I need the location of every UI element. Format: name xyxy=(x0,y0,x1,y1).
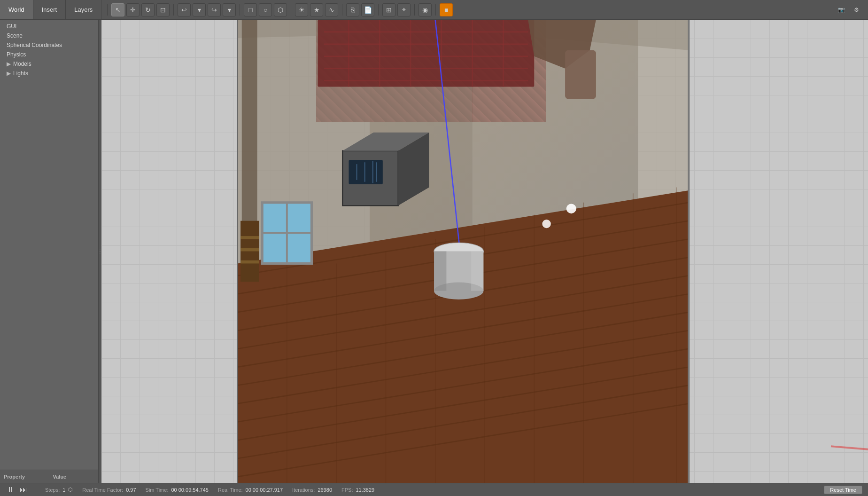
paste-tool-btn[interactable]: 📄 xyxy=(361,3,374,16)
toolbar-separator-6 xyxy=(378,4,379,16)
sidebar: GUI Scene Spherical Coordinates Physics … xyxy=(0,20,99,483)
real-time-factor-label: Real Time Factor: xyxy=(82,487,123,493)
sidebar-properties-header: Property Value xyxy=(0,470,98,483)
redo-btn[interactable]: ↪ xyxy=(208,3,221,16)
sphere-tool-btn[interactable]: ○ xyxy=(259,3,272,16)
steps-item: Steps: 1 ⬡ xyxy=(45,487,73,493)
viewport[interactable] xyxy=(101,20,868,483)
scene-svg xyxy=(101,20,868,483)
box-tool-btn[interactable]: □ xyxy=(244,3,257,16)
tab-insert[interactable]: Insert xyxy=(33,0,66,19)
svg-rect-57 xyxy=(471,252,483,291)
scale-tool-btn[interactable]: ⊡ xyxy=(156,3,170,16)
reset-time-button[interactable]: Reset Time xyxy=(824,486,862,494)
pause-button[interactable]: ⏸ xyxy=(6,485,15,495)
toolbar: ↖ ✛ ↻ ⊡ ↩ ▾ ↪ ▾ □ ○ ⬡ ☀ ★ ∿ ⎘ 📄 ⊞ ⌖ ◉ ■ xyxy=(101,0,835,19)
steps-label: Steps: xyxy=(45,487,60,493)
align-tool-btn[interactable]: ⊞ xyxy=(382,3,395,16)
toolbar-separator-5 xyxy=(342,4,342,16)
svg-point-59 xyxy=(542,220,550,228)
real-time-value: 00 00:00:27.917 xyxy=(246,487,283,493)
iterations-value: 26980 xyxy=(318,487,332,493)
snap-tool-btn[interactable]: ⌖ xyxy=(397,3,411,16)
real-time-factor-value: 0.97 xyxy=(126,487,136,493)
iterations-label: Iterations: xyxy=(292,487,315,493)
svg-point-58 xyxy=(566,204,576,213)
cylinder-tool-btn[interactable]: ⬡ xyxy=(274,3,287,16)
fps-label: FPS: xyxy=(341,487,353,493)
sidebar-item-scene[interactable]: Scene xyxy=(0,31,98,40)
undo-btn[interactable]: ↩ xyxy=(178,3,191,16)
toolbar-separator-2 xyxy=(173,4,174,16)
redo-dropdown-btn[interactable]: ▾ xyxy=(223,3,236,16)
audio-tool-btn[interactable]: ◉ xyxy=(418,3,432,16)
sun-tool-btn[interactable]: ☀ xyxy=(295,3,308,16)
toolbar-separator-7 xyxy=(414,4,415,16)
settings-icon-btn[interactable]: ⚙ xyxy=(850,4,862,16)
steps-stepper[interactable]: ⬡ xyxy=(68,487,73,493)
property-column-header: Property xyxy=(0,474,49,480)
rotate-tool-btn[interactable]: ↻ xyxy=(141,3,155,16)
svg-line-64 xyxy=(831,446,868,449)
fps-value: 11.3829 xyxy=(356,487,374,493)
toolbar-separator-4 xyxy=(291,4,291,16)
top-right-icons: 📷 ⚙ xyxy=(835,0,868,19)
material-tool-btn[interactable]: ■ xyxy=(440,3,453,16)
undo-dropdown-btn[interactable]: ▾ xyxy=(193,3,206,16)
real-time-label: Real Time: xyxy=(218,487,243,493)
sidebar-item-spherical-coordinates[interactable]: Spherical Coordinates xyxy=(0,40,98,50)
star-tool-btn[interactable]: ★ xyxy=(310,3,323,16)
select-tool-btn[interactable]: ↖ xyxy=(111,3,124,16)
camera-icon-btn[interactable]: 📷 xyxy=(835,4,847,16)
tab-layers[interactable]: Layers xyxy=(66,0,101,19)
wave-tool-btn[interactable]: ∿ xyxy=(325,3,338,16)
svg-rect-47 xyxy=(349,160,382,184)
steps-value: 1 xyxy=(62,487,65,493)
svg-rect-29 xyxy=(318,20,535,87)
svg-rect-56 xyxy=(434,252,446,291)
fps-item: FPS: 11.3829 xyxy=(341,487,374,493)
toolbar-separator-8 xyxy=(435,4,436,16)
tab-world[interactable]: World xyxy=(0,0,33,19)
sim-time-item: Sim Time: 00 00:09:54.745 xyxy=(146,487,209,493)
toolbar-separator-3 xyxy=(240,4,240,16)
sim-time-label: Sim Time: xyxy=(146,487,169,493)
sidebar-item-physics[interactable]: Physics xyxy=(0,50,98,59)
lights-arrow-icon: ▶ xyxy=(7,70,11,77)
real-time-item: Real Time: 00 00:00:27.917 xyxy=(218,487,283,493)
sidebar-item-lights[interactable]: ▶ Lights xyxy=(0,69,98,78)
real-time-factor-item: Real Time Factor: 0.97 xyxy=(82,487,136,493)
value-column-header: Value xyxy=(49,474,99,480)
top-bar: World Insert Layers ↖ ✛ ↻ ⊡ ↩ ▾ ↪ ▾ □ ○ … xyxy=(0,0,868,20)
svg-rect-62 xyxy=(240,248,259,251)
play-controls: ⏸ ⏭ xyxy=(6,485,28,495)
iterations-item: Iterations: 26980 xyxy=(292,487,332,493)
models-arrow-icon: ▶ xyxy=(7,61,11,67)
sidebar-item-gui[interactable]: GUI xyxy=(0,22,98,31)
sim-time-value: 00 00:09:54.745 xyxy=(171,487,209,493)
step-button[interactable]: ⏭ xyxy=(19,485,28,495)
svg-rect-61 xyxy=(240,236,259,239)
sidebar-tree: GUI Scene Spherical Coordinates Physics … xyxy=(0,20,98,470)
sidebar-item-models[interactable]: ▶ Models xyxy=(0,59,98,69)
viewport-canvas xyxy=(101,20,868,483)
svg-rect-63 xyxy=(240,260,259,263)
toolbar-separator-1 xyxy=(107,4,108,16)
copy-tool-btn[interactable]: ⎘ xyxy=(346,3,359,16)
status-bar: ⏸ ⏭ Steps: 1 ⬡ Real Time Factor: 0.97 Si… xyxy=(0,483,868,496)
translate-tool-btn[interactable]: ✛ xyxy=(126,3,140,16)
main-layout: GUI Scene Spherical Coordinates Physics … xyxy=(0,20,868,483)
svg-rect-43 xyxy=(565,50,596,99)
